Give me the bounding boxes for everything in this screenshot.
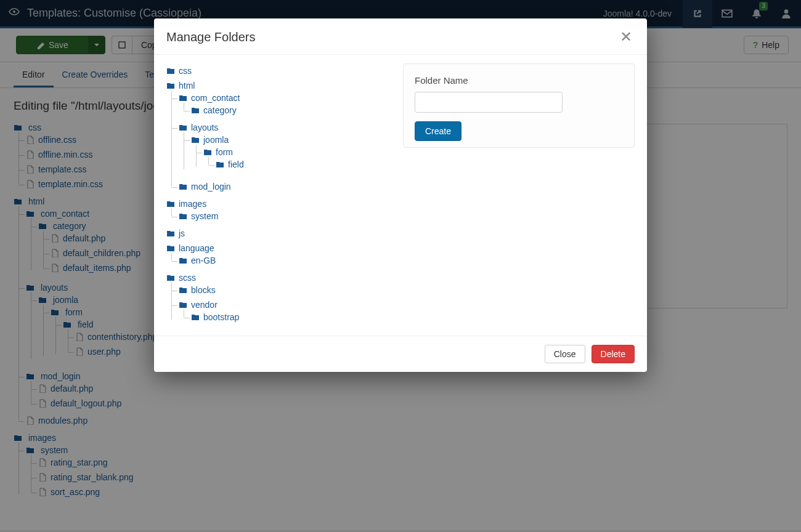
- folder-icon: [166, 273, 175, 283]
- modal-close-button[interactable]: ✕: [617, 28, 635, 46]
- tree-label: layouts: [191, 123, 218, 132]
- tree-label: com_contact: [191, 93, 240, 103]
- manage-folders-modal: Manage Folders ✕ css html com_contact ca…: [154, 18, 647, 372]
- modal-delete-button[interactable]: Delete: [592, 345, 635, 363]
- modal-folder-category[interactable]: category: [191, 103, 403, 118]
- folder-icon: [166, 228, 175, 238]
- tree-label: category: [203, 105, 237, 115]
- folder-name-label: Folder Name: [415, 75, 623, 86]
- modal-title: Manage Folders: [166, 30, 617, 44]
- tree-label: js: [179, 228, 185, 238]
- tree-label: scss: [179, 273, 196, 283]
- tree-label: language: [179, 243, 214, 253]
- tree-label: bootstrap: [203, 312, 239, 322]
- folder-icon: [166, 66, 175, 76]
- tree-label: en-GB: [191, 256, 216, 265]
- modal-folder-layouts[interactable]: layouts joomla form field: [179, 120, 403, 179]
- modal-folder-images[interactable]: images system: [166, 196, 403, 226]
- folder-name-input[interactable]: [415, 92, 563, 113]
- modal-folder-joomla[interactable]: joomla form field: [191, 132, 403, 177]
- delete-button-label: Delete: [601, 349, 625, 359]
- close-button-label: Close: [554, 349, 576, 359]
- tree-label: field: [228, 159, 244, 169]
- folder-icon: [166, 199, 175, 209]
- folder-icon: [179, 256, 187, 265]
- modal-folder-css[interactable]: css: [166, 63, 403, 78]
- create-button-label: Create: [425, 126, 451, 136]
- tree-label: vendor: [191, 300, 218, 310]
- modal-folder-language[interactable]: language en-GB: [166, 241, 403, 270]
- folder-icon: [191, 105, 200, 115]
- folder-icon: [203, 147, 212, 157]
- tree-label: form: [216, 147, 233, 157]
- modal-folder-scss[interactable]: scss blocks vendor bootstrap: [166, 270, 403, 329]
- close-icon: ✕: [620, 28, 632, 45]
- modal-header: Manage Folders ✕: [154, 18, 647, 55]
- create-folder-panel: Folder Name Create: [403, 63, 635, 148]
- folder-icon: [216, 159, 224, 169]
- tree-label: html: [179, 81, 195, 91]
- folder-icon: [191, 135, 200, 145]
- folder-icon: [179, 182, 187, 191]
- modal-footer: Close Delete: [154, 336, 647, 372]
- modal-folder-com-contact[interactable]: com_contact category: [179, 91, 403, 120]
- tree-label: system: [191, 211, 218, 221]
- folder-icon: [179, 93, 187, 103]
- tree-label: mod_login: [191, 182, 231, 191]
- modal-close-footer-button[interactable]: Close: [545, 345, 585, 363]
- tree-label: images: [179, 199, 206, 209]
- folder-icon: [179, 123, 187, 132]
- modal-folder-mod-login[interactable]: mod_login: [179, 179, 403, 194]
- folder-icon: [179, 211, 187, 221]
- modal-folder-field[interactable]: field: [216, 157, 403, 172]
- folder-icon: [166, 243, 175, 253]
- modal-folder-html[interactable]: html com_contact category layouts joomla…: [166, 78, 403, 196]
- folder-icon: [166, 81, 175, 91]
- modal-folder-en-gb[interactable]: en-GB: [179, 253, 403, 268]
- tree-label: joomla: [203, 135, 229, 145]
- modal-folder-form[interactable]: form field: [203, 145, 403, 174]
- folder-icon: [179, 285, 187, 295]
- folder-icon: [179, 300, 187, 310]
- modal-folder-tree: css html com_contact category layouts jo…: [166, 63, 403, 329]
- modal-folder-blocks[interactable]: blocks: [179, 283, 403, 297]
- folder-icon: [191, 312, 200, 322]
- modal-folder-vendor[interactable]: vendor bootstrap: [179, 297, 403, 327]
- tree-label: css: [179, 66, 192, 76]
- modal-folder-js[interactable]: js: [166, 226, 403, 241]
- modal-folder-bootstrap[interactable]: bootstrap: [191, 310, 403, 324]
- create-folder-button[interactable]: Create: [415, 121, 461, 141]
- tree-label: blocks: [191, 285, 216, 295]
- modal-overlay: Manage Folders ✕ css html com_contact ca…: [0, 0, 801, 532]
- modal-folder-system[interactable]: system: [179, 209, 403, 224]
